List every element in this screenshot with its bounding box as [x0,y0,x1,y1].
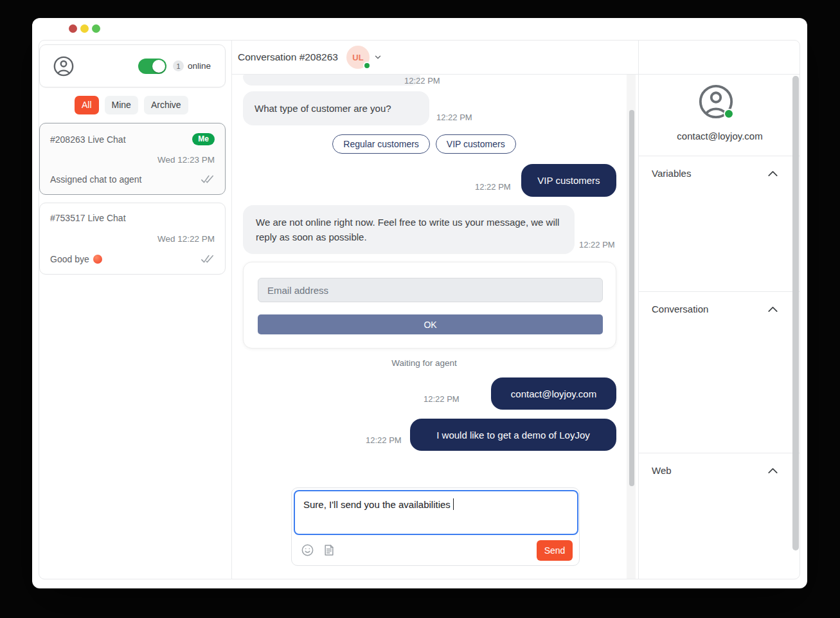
section-conversation: Conversation [639,291,800,453]
conversation-title: Conversation #208263 [238,51,338,63]
app-frame: 1 online All Mine Archive #208263 Live C… [39,40,800,579]
tab-all[interactable]: All [75,96,99,114]
ok-button[interactable]: OK [258,314,603,334]
tab-archive[interactable]: Archive [144,96,188,114]
agent-avatar-icon[interactable] [53,55,75,77]
email-form-card: OK [243,262,616,349]
participant-avatar[interactable]: UL [346,46,370,69]
contact-avatar-icon [697,83,735,120]
section-web: Web [639,453,800,579]
chevron-up-icon[interactable] [767,169,779,178]
chat-item-preview: Good bye [50,254,89,264]
chevron-up-icon[interactable] [767,305,779,314]
bot-message-bubble: We are not online right now. Feel free t… [243,205,575,254]
quick-reply-group: Regular customers VIP customers [232,134,616,154]
zoom-window-icon[interactable] [92,24,100,33]
double-check-icon [201,255,215,264]
double-check-icon [201,175,215,184]
chevron-down-icon[interactable] [373,53,382,62]
bot-message-bubble: What type of customer are you? [243,91,429,125]
chat-item-preview: Assigned chat to agent [50,174,141,185]
chat-list-item-208263[interactable]: #208263 Live Chat Me Wed 12:23 PM Assign… [39,123,226,195]
chat-filter-tabs: All Mine Archive [75,96,188,114]
presence-dot [724,109,734,119]
message-timestamp: 12:22 PM [424,394,462,404]
user-message-bubble: contact@loyjoy.com [491,377,616,410]
chat-list-sidebar: 1 online All Mine Archive #208263 Live C… [39,41,232,579]
message-timestamp: 12:22 PM [436,113,475,122]
details-scrollbar-thumb[interactable] [792,76,799,550]
conversation-header: Conversation #208263 UL [232,41,638,75]
chat-item-time: Wed 12:22 PM [157,234,215,244]
section-web-header[interactable]: Web [639,453,800,476]
section-conversation-header[interactable]: Conversation [639,292,800,314]
window-titlebar [32,18,807,40]
message-timestamp: 12:22 PM [475,182,514,192]
quick-reply-regular-customers[interactable]: Regular customers [332,134,430,154]
chat-scrollbar-thumb[interactable] [629,110,634,486]
contact-email: contact@loyjoy.com [639,131,800,141]
chevron-up-icon[interactable] [767,466,779,475]
email-field[interactable] [258,278,603,302]
chat-item-time: Wed 12:23 PM [157,155,215,165]
bot-message-bubble-clipped [243,75,420,86]
message-composer: Sure, I'll send you the availabilities [291,487,580,566]
chat-list-item-753517[interactable]: #753517 Live Chat Wed 12:22 PM Good bye [39,203,226,275]
agent-profile-card: 1 online [39,44,226,87]
quick-reply-vip-customers[interactable]: VIP customers [436,134,516,154]
waiting-status-text: Waiting for agent [232,358,616,368]
contact-details-panel: contact@loyjoy.com Variables Conversatio… [639,41,800,579]
message-scroll-area: 12:22 PM What type of customer are you? … [232,75,638,579]
online-label: online [188,61,211,71]
template-document-icon[interactable] [323,543,335,557]
composer-input[interactable]: Sure, I'll send you the availabilities [294,490,578,535]
message-timestamp: 12:22 PM [366,435,404,445]
user-message-bubble: I would like to get a demo of LoyJoy [410,419,616,451]
send-button[interactable]: Send [537,540,573,561]
app-window: 1 online All Mine Archive #208263 Live C… [32,18,807,588]
online-status-toggle[interactable] [138,59,166,74]
section-variables-header[interactable]: Variables [639,156,800,179]
composer-toolbar: Send [292,535,579,565]
chat-item-title: #208263 Live Chat [50,134,126,145]
close-window-icon[interactable] [69,24,77,33]
message-timestamp: 12:22 PM [579,240,618,250]
chat-item-title: #753517 Live Chat [50,213,126,223]
text-cursor [453,498,454,510]
emoji-icon[interactable] [301,543,314,557]
message-timestamp: 12:22 PM [404,76,443,86]
conversation-panel: Conversation #208263 UL 12:22 PM What ty… [232,41,639,579]
tab-mine[interactable]: Mine [105,96,138,114]
assigned-me-badge: Me [192,133,215,145]
details-header [639,41,800,75]
presence-dot [363,62,371,69]
user-message-bubble: VIP customers [521,164,616,197]
red-circle-emoji [93,255,102,264]
section-variables: Variables [639,156,800,291]
minimize-window-icon[interactable] [80,24,89,33]
online-count-badge: 1 [173,60,184,71]
